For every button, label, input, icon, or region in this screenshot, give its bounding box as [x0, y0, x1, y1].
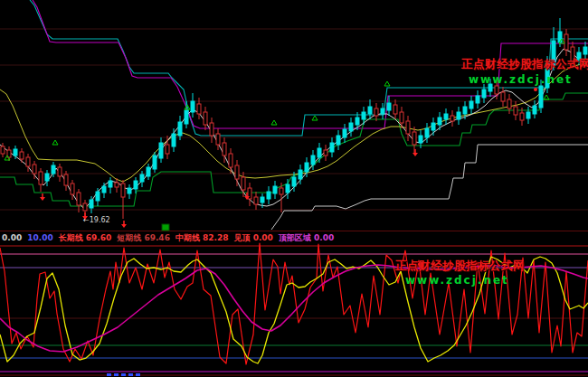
indicator-value-bar: 0.0010.00长期线 69.60短期线 69.46中期线 82.28见顶 0… [2, 232, 586, 243]
watermark-title-sub: 正点财经抄股指标公式网 [395, 259, 525, 274]
indicator-label: 短期线 69.46 [117, 233, 170, 242]
indicator-label: 长期线 69.60 [59, 233, 112, 242]
indicator-label: 10.00 [27, 233, 52, 242]
indicator-label: 0.00 [2, 233, 22, 242]
indicator-label: 中期线 82.28 [175, 233, 229, 242]
low-price-annotation: ←19.62 [83, 216, 110, 224]
stock-chart-app: 0.0010.00长期线 69.60短期线 69.46中期线 82.28见顶 0… [0, 0, 588, 377]
indicator-label: 见顶 0.00 [234, 233, 273, 242]
indicator-label: 顶部区域 0.00 [279, 233, 334, 242]
main-chart-panel[interactable] [0, 0, 588, 231]
watermark-title: 正点财经抄股指标公式网 [461, 57, 588, 72]
watermark-url-link[interactable]: www.zdcj.net [469, 73, 573, 86]
watermark-url-link-sub[interactable]: www.zdcj.net [405, 274, 509, 287]
